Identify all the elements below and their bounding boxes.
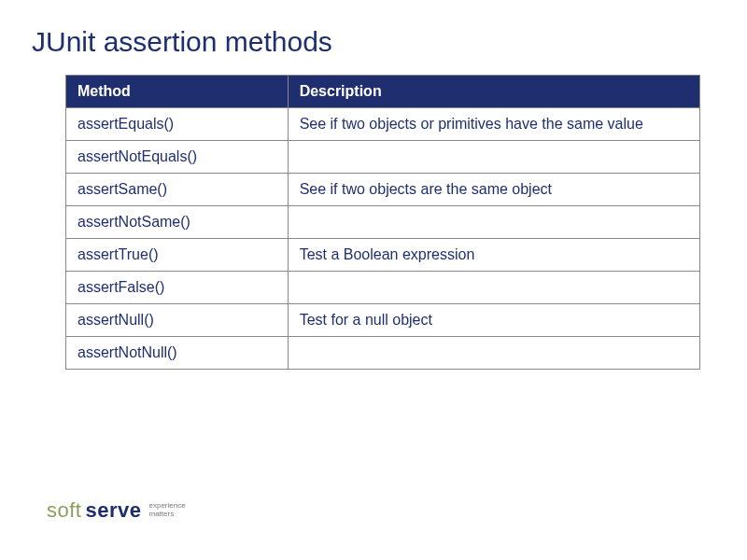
methods-table: Method Description assertEquals() See if… xyxy=(65,75,700,370)
logo-part-serve: serve xyxy=(85,498,141,523)
cell-description xyxy=(288,272,699,304)
cell-method: assertFalse() xyxy=(66,272,289,304)
table-row: assertNull() Test for a null object xyxy=(66,304,700,337)
cell-description: See if two objects or primitives have th… xyxy=(288,108,699,141)
cell-description: See if two objects are the same object xyxy=(288,174,699,206)
tagline-line: matters xyxy=(148,511,185,519)
cell-method: assertNotNull() xyxy=(66,337,289,370)
logo-part-soft: soft xyxy=(47,498,81,523)
slide-container: JUnit assertion methods Method Descripti… xyxy=(0,0,747,560)
table-header-row: Method Description xyxy=(66,76,700,108)
table-row: assertFalse() xyxy=(66,272,700,304)
table-row: assertNotEquals() xyxy=(66,141,700,174)
table-row: assertSame() See if two objects are the … xyxy=(66,174,700,206)
cell-method: assertSame() xyxy=(66,174,289,206)
cell-method: assertNotEquals() xyxy=(66,141,289,174)
cell-method: assertTrue() xyxy=(66,239,289,272)
table-row: assertNotNull() xyxy=(66,337,700,370)
cell-description: Test a Boolean expression xyxy=(288,239,699,272)
cell-method: assertEquals() xyxy=(66,108,289,141)
cell-method: assertNotSame() xyxy=(66,206,289,239)
header-method: Method xyxy=(66,76,289,108)
cell-description xyxy=(288,141,699,174)
footer-logo: softserve experience matters xyxy=(47,498,186,523)
page-title: JUnit assertion methods xyxy=(32,26,700,58)
table-row: assertEquals() See if two objects or pri… xyxy=(66,108,700,141)
cell-description: Test for a null object xyxy=(288,304,699,337)
cell-description xyxy=(288,206,699,239)
table-row: assertNotSame() xyxy=(66,206,700,239)
table-row: assertTrue() Test a Boolean expression xyxy=(66,239,700,272)
logo-tagline: experience matters xyxy=(148,502,185,519)
header-description: Description xyxy=(288,76,699,108)
cell-description xyxy=(288,337,699,370)
cell-method: assertNull() xyxy=(66,304,289,337)
